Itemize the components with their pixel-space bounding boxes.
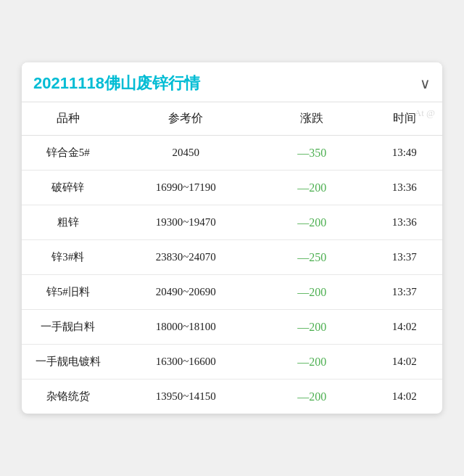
cell-price: 19300~19470 — [115, 205, 257, 240]
cell-name: 锌3#料 — [22, 240, 115, 275]
cell-time: 13:49 — [367, 136, 442, 171]
cell-price: 20490~20690 — [115, 275, 257, 310]
cell-change: —200 — [257, 171, 367, 205]
table-row: 锌3#料23830~24070—25013:37 — [22, 240, 442, 275]
cell-price: 23830~24070 — [115, 240, 257, 275]
cell-time: 13:36 — [367, 205, 442, 240]
cell-name: 一手靓电镀料 — [22, 345, 115, 379]
cell-change: —350 — [257, 136, 367, 171]
cell-price: 16300~16600 — [115, 345, 257, 379]
cell-time: 14:02 — [367, 310, 442, 345]
collapse-arrow[interactable]: ∨ — [420, 75, 431, 92]
table-row: 破碎锌16990~17190—20013:36 — [22, 171, 442, 205]
col-header-change: 涨跌 — [257, 102, 367, 136]
cell-change: —250 — [257, 240, 367, 275]
cell-name: 一手靓白料 — [22, 310, 115, 345]
cell-change: —200 — [257, 205, 367, 240]
cell-change: —200 — [257, 379, 367, 414]
table-row: 杂铬统货13950~14150—20014:02 — [22, 379, 442, 414]
table-row: 锌5#旧料20490~20690—20013:37 — [22, 275, 442, 310]
cell-price: 16990~17190 — [115, 171, 257, 205]
cell-change: —200 — [257, 275, 367, 310]
cell-name: 锌5#旧料 — [22, 275, 115, 310]
cell-time: 13:36 — [367, 171, 442, 205]
table-header-row: 品种 参考价 涨跌 时间 — [22, 102, 442, 136]
cell-price: 13950~14150 — [115, 379, 257, 414]
table-row: 锌合金5#20450—35013:49 — [22, 136, 442, 171]
watermark: At @ — [415, 106, 435, 121]
market-table: 品种 参考价 涨跌 时间 锌合金5#20450—35013:49破碎锌16990… — [22, 102, 442, 414]
cell-name: 破碎锌 — [22, 171, 115, 205]
col-header-name: 品种 — [22, 102, 115, 136]
cell-price: 18000~18100 — [115, 310, 257, 345]
cell-change: —200 — [257, 310, 367, 345]
table-row: 一手靓电镀料16300~16600—20014:02 — [22, 345, 442, 379]
cell-name: 杂铬统货 — [22, 379, 115, 414]
cell-name: 锌合金5# — [22, 136, 115, 171]
table-row: 一手靓白料18000~18100—20014:02 — [22, 310, 442, 345]
market-card: 20211118佛山废锌行情 ∨ At @ 品种 参考价 涨跌 时间 锌合金5#… — [22, 62, 442, 414]
table-row: 粗锌19300~19470—20013:36 — [22, 205, 442, 240]
header-title: 20211118佛山废锌行情 — [33, 73, 200, 94]
cell-name: 粗锌 — [22, 205, 115, 240]
cell-time: 14:02 — [367, 345, 442, 379]
card-header: 20211118佛山废锌行情 ∨ — [22, 62, 442, 102]
cell-change: —200 — [257, 345, 367, 379]
cell-price: 20450 — [115, 136, 257, 171]
cell-time: 14:02 — [367, 379, 442, 414]
cell-time: 13:37 — [367, 240, 442, 275]
cell-time: 13:37 — [367, 275, 442, 310]
col-header-price: 参考价 — [115, 102, 257, 136]
